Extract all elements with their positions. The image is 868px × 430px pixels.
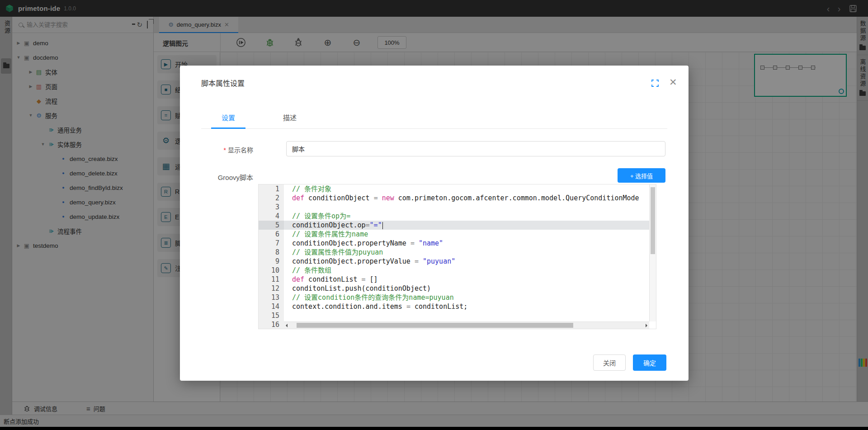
modal-script-properties: 脚本属性设置 ✕ 设置 描述 *显示名称 Groovy脚本 + 选择值 1234…	[180, 66, 689, 381]
line-number[interactable]: 7	[259, 239, 284, 248]
h-scrollbar[interactable]	[284, 321, 649, 329]
v-scrollbar-thumb[interactable]	[651, 187, 655, 254]
line-number[interactable]: 13	[259, 293, 284, 302]
ok-button[interactable]: 确定	[633, 354, 666, 371]
tab-description[interactable]: 描述	[273, 113, 307, 122]
text-caret	[382, 222, 383, 229]
active-tab-underline	[211, 128, 245, 129]
code-line-6[interactable]: // 设置条件属性为name	[284, 230, 649, 239]
select-value-button[interactable]: + 选择值	[618, 168, 665, 183]
scroll-left-icon[interactable]	[286, 324, 288, 327]
code-line-7[interactable]: conditionObject.propertyName = "name"	[284, 239, 649, 248]
close-icon[interactable]: ✕	[669, 76, 677, 88]
line-number[interactable]: 11	[259, 275, 284, 284]
scroll-right-icon[interactable]	[646, 324, 647, 327]
code-line-5[interactable]: conditionObject.op="="	[284, 221, 649, 230]
fullscreen-icon[interactable]	[651, 79, 659, 87]
line-number[interactable]: 14	[259, 302, 284, 311]
line-number[interactable]: 5	[259, 221, 284, 230]
code-line-4[interactable]: // 设置条件op为=	[284, 212, 649, 221]
close-button[interactable]: 关闭	[593, 354, 626, 371]
line-number[interactable]: 12	[259, 284, 284, 293]
line-number[interactable]: 10	[259, 266, 284, 275]
code-line-15[interactable]	[284, 311, 649, 320]
code-editor[interactable]: 12345678910111213141516 // 条件对象def condi…	[258, 184, 656, 329]
code-line-13[interactable]: // 设置condition条件的查询条件为name=puyuan	[284, 293, 649, 302]
line-number[interactable]: 2	[259, 194, 284, 203]
code-line-11[interactable]: def conditonList = []	[284, 275, 649, 284]
display-name-label: *显示名称	[180, 145, 253, 154]
line-number[interactable]: 4	[259, 212, 284, 221]
h-scrollbar-thumb[interactable]	[297, 323, 573, 328]
line-number[interactable]: 15	[259, 311, 284, 320]
line-number[interactable]: 1	[259, 184, 284, 194]
line-numbers: 12345678910111213141516	[259, 184, 284, 329]
v-scrollbar[interactable]	[649, 184, 656, 321]
display-name-input[interactable]	[286, 141, 665, 156]
code-line-14[interactable]: context.condition.and.items = conditonLi…	[284, 302, 649, 311]
code-line-10[interactable]: // 条件数组	[284, 266, 649, 275]
modal-title: 脚本属性设置	[201, 77, 245, 88]
code-line-2[interactable]: def conditionObject = new com.primeton.g…	[284, 194, 649, 203]
line-number[interactable]: 9	[259, 257, 284, 266]
tab-settings[interactable]: 设置	[211, 113, 245, 122]
code-line-12[interactable]: conditonList.push(conditionObject)	[284, 284, 649, 293]
code-line-1[interactable]: // 条件对象	[284, 184, 649, 194]
code-line-8[interactable]: // 设置属性条件值为puyuan	[284, 248, 649, 257]
line-number[interactable]: 6	[259, 230, 284, 239]
required-asterisk: *	[224, 146, 226, 154]
code-area[interactable]: // 条件对象def conditionObject = new com.pri…	[284, 184, 649, 329]
line-number[interactable]: 8	[259, 248, 284, 257]
code-line-9[interactable]: conditionObject.propertyValue = "puyuan"	[284, 257, 649, 266]
line-number[interactable]: 3	[259, 203, 284, 212]
tab-separator	[201, 128, 667, 129]
code-line-3[interactable]	[284, 203, 649, 212]
ide-window: primeton-ide 1.0.0 ‹ › 资源 ↻ ▶▣demo▼▣docd…	[0, 0, 868, 430]
groovy-script-label: Groovy脚本	[180, 172, 253, 182]
line-number[interactable]: 16	[259, 320, 284, 329]
